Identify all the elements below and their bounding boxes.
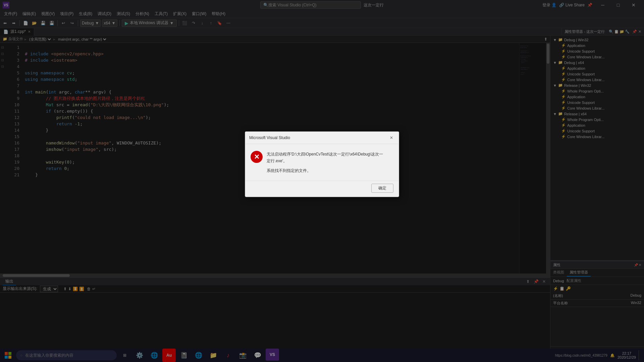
modal-title-bar: Microsoft Visual Studio ✕ [245,132,399,144]
modal-spacer [267,165,383,167]
modal-overlay: Microsoft Visual Studio ✕ ✕ 无法启动程序'D:\大四… [0,0,644,362]
modal-close-button[interactable]: ✕ [388,134,395,141]
modal-footer: 确定 [245,181,399,197]
modal-message: 无法启动程序'D:\大四\OpenCvTest\这次一定行\x64\Debug\… [267,151,383,174]
modal-message-line2: 定行.exe'。 [267,158,383,164]
modal-message-line1: 无法启动程序'D:\大四\OpenCvTest\这次一定行\x64\Debug\… [267,151,383,158]
modal-content: ✕ 无法启动程序'D:\大四\OpenCvTest\这次一定行\x64\Debu… [245,144,399,181]
modal-ok-button[interactable]: 确定 [371,184,393,193]
modal-message-line4: 系统找不到指定的文件。 [267,167,383,174]
modal-title-text: Microsoft Visual Studio [249,135,290,140]
error-dialog: Microsoft Visual Studio ✕ ✕ 无法启动程序'D:\大四… [245,131,399,197]
error-icon: ✕ [251,151,263,163]
